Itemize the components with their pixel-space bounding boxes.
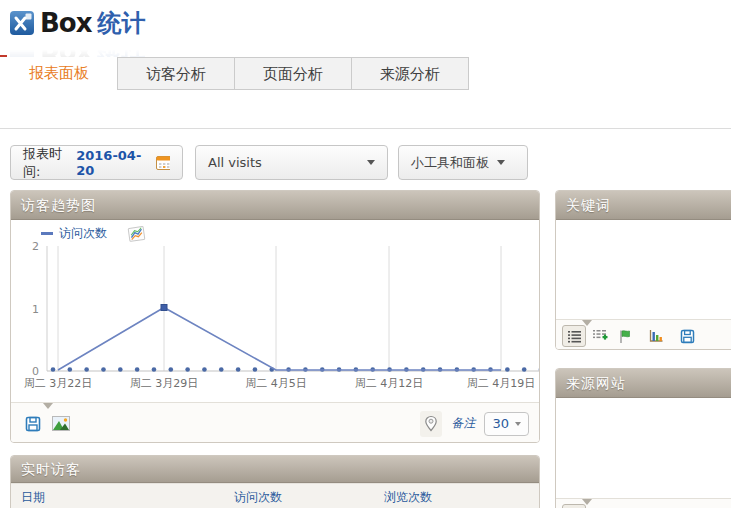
export-image-button[interactable]	[49, 413, 73, 435]
app-logo-suffix: 统计	[97, 7, 145, 39]
svg-text:周二 3月29日: 周二 3月29日	[130, 377, 199, 390]
realtime-visitors-widget-header[interactable]: 实时访客	[11, 456, 539, 483]
goals-view-button[interactable]	[614, 326, 636, 346]
main-nav-tabs: 报表面板 访客分析 页面分析 来源分析	[0, 57, 469, 90]
referrers-footer	[556, 498, 731, 508]
column-header-pageviews: 浏览次数	[384, 489, 432, 506]
table-plus-icon	[592, 329, 608, 343]
chevron-down-icon	[497, 160, 505, 165]
widgets-and-dashboard-button[interactable]: 小工具和面板	[398, 145, 528, 180]
tab-page-analysis[interactable]: 页面分析	[234, 57, 352, 90]
svg-text:周二 4月19日: 周二 4月19日	[467, 377, 536, 390]
bar-chart-view-button[interactable]	[645, 326, 667, 346]
realtime-visitors-widget: 实时访客 日期 访问次数 浏览次数	[10, 455, 540, 508]
image-icon	[52, 416, 70, 431]
report-date-value: 2016-04-20	[76, 148, 147, 178]
export-data-button[interactable]	[21, 413, 45, 435]
visitor-trend-footer: 备注 30	[11, 402, 539, 443]
all-columns-button[interactable]	[589, 326, 611, 346]
header-divider	[0, 128, 731, 129]
svg-text:周二 3月22日: 周二 3月22日	[24, 377, 93, 390]
column-header-visits: 访问次数	[234, 489, 384, 506]
svg-text:0: 0	[32, 365, 39, 378]
legend-series-label: 访问次数	[59, 225, 107, 242]
visitor-trend-chart-area[interactable]: 访问次数 周二 3月22日周二 3月29日周二 4月5日周二 4月12日周二 4…	[11, 220, 539, 402]
calendar-icon	[156, 155, 170, 170]
chart-legend[interactable]: 访问次数	[41, 225, 146, 242]
trend-chart-svg[interactable]: 周二 3月22日周二 3月29日周二 4月5日周二 4月12日周二 4月19日0…	[11, 222, 540, 402]
trend-footer-right: 备注 30	[420, 411, 529, 437]
app-logo-icon	[10, 11, 34, 35]
save-icon	[680, 329, 695, 344]
referrer-websites-widget: 来源网站	[555, 368, 731, 508]
chevron-down-icon	[367, 160, 375, 165]
rows-count-select[interactable]: 30	[484, 412, 529, 436]
list-icon	[567, 330, 582, 343]
annotations-link[interactable]: 备注	[451, 415, 475, 432]
rows-count-value: 30	[492, 416, 509, 431]
svg-text:周二 4月12日: 周二 4月12日	[355, 377, 424, 390]
svg-text:周二 4月5日: 周二 4月5日	[245, 377, 307, 390]
collapse-triangle-icon[interactable]	[582, 499, 592, 505]
chart-style-icon[interactable]	[127, 226, 146, 242]
widgets-button-label: 小工具和面板	[411, 154, 489, 172]
export-button[interactable]	[676, 326, 698, 346]
referrers-empty-body	[556, 398, 731, 498]
save-icon	[25, 416, 41, 432]
segment-selector-value: All visits	[208, 155, 262, 170]
flag-icon	[618, 329, 632, 344]
tab-referrer-analysis[interactable]: 来源分析	[351, 57, 469, 90]
realtime-table-header-row: 日期 访问次数 浏览次数	[11, 483, 539, 508]
keywords-footer	[556, 319, 731, 350]
filter-bar: 报表时间: 2016-04-20 All visits 小工具和面板	[0, 145, 731, 180]
annotations-pin-button[interactable]	[420, 411, 442, 437]
report-date-button[interactable]: 报表时间: 2016-04-20	[10, 145, 183, 180]
svg-text:2: 2	[32, 240, 39, 253]
visitor-trend-widget-header[interactable]: 访客趋势图	[11, 191, 539, 220]
column-header-date: 日期	[21, 489, 234, 506]
table-view-button[interactable]	[562, 325, 586, 347]
keywords-widget: 关键词	[555, 190, 731, 350]
bar-chart-icon	[648, 329, 664, 343]
visitor-trend-widget: 访客趋势图 访问次数 周二 3月22日周二 3月29日周二 4月5日周二 4月1…	[10, 190, 540, 443]
collapse-triangle-icon[interactable]	[582, 320, 592, 326]
app-logo-text: Box	[40, 8, 91, 38]
referrer-websites-widget-header[interactable]: 来源网站	[556, 369, 731, 398]
legend-series-swatch	[41, 232, 53, 235]
svg-text:1: 1	[32, 303, 39, 316]
keywords-empty-body	[556, 220, 731, 319]
segment-selector[interactable]: All visits	[195, 145, 388, 180]
keywords-widget-header[interactable]: 关键词	[556, 191, 731, 220]
report-date-label: 报表时间:	[23, 145, 71, 181]
tab-report-dashboard[interactable]: 报表面板	[0, 57, 118, 90]
map-pin-icon	[424, 415, 438, 433]
tab-visitor-analysis[interactable]: 访客分析	[117, 57, 235, 90]
collapse-triangle-icon[interactable]	[43, 403, 53, 409]
chevron-down-icon	[515, 422, 521, 426]
